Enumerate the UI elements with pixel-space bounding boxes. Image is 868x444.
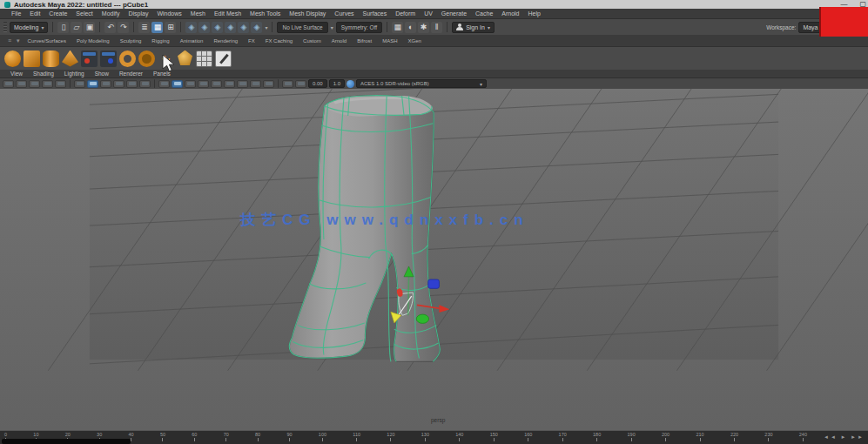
panel-menu-item[interactable]: Renderer	[114, 71, 148, 77]
shelf-tab[interactable]: XGen	[402, 38, 426, 44]
resolution-gate-icon[interactable]	[211, 80, 222, 88]
lock-camera-icon[interactable]	[16, 80, 27, 88]
gamma-field[interactable]: 1.0	[329, 79, 345, 88]
menu-item[interactable]: File	[7, 10, 25, 17]
menu-item[interactable]: Create	[44, 10, 71, 17]
panel-menu-item[interactable]: Lighting	[59, 71, 90, 77]
menu-item[interactable]: Display	[124, 10, 152, 17]
playback-controls[interactable]: ◄◄ ► ►►	[824, 434, 865, 440]
save-scene-icon[interactable]: ▣	[84, 22, 95, 33]
shelf-menu-icon[interactable]: ≡	[5, 37, 14, 44]
quad-draw-icon[interactable]	[215, 50, 232, 67]
ambient-occlusion-icon[interactable]	[139, 80, 151, 88]
bookmark-icon[interactable]	[42, 80, 53, 88]
boolean-difference-icon[interactable]	[100, 50, 117, 67]
timeline-tick[interactable]: 200	[662, 432, 670, 441]
redo-icon[interactable]: ↷	[118, 22, 129, 33]
ipr-render-icon[interactable]: ◐	[405, 22, 416, 33]
poly-cube-icon[interactable]	[24, 50, 40, 67]
shadows-icon[interactable]	[126, 80, 138, 88]
boolean-union-icon[interactable]	[81, 50, 98, 67]
menu-item[interactable]: UV	[420, 10, 437, 17]
playback-range-bar[interactable]	[2, 439, 131, 444]
render-current-frame-icon[interactable]: ▦	[392, 22, 403, 33]
timeline-tick[interactable]: 120	[387, 432, 394, 441]
shelf-tab[interactable]: Bifrost	[352, 38, 377, 44]
timeline-tick[interactable]: 230	[764, 432, 772, 441]
timeline-tick[interactable]: 70	[224, 432, 229, 441]
shelf-caret-icon[interactable]: ▾	[14, 37, 23, 44]
timeline-tick[interactable]: 220	[730, 432, 738, 441]
poly-torus-icon[interactable]	[119, 50, 136, 67]
menu-item[interactable]: Surfaces	[359, 10, 392, 17]
timeline-tick[interactable]: 240	[799, 432, 807, 441]
symmetry-field[interactable]: Symmetry: Off	[336, 22, 382, 33]
xray-icon[interactable]	[172, 80, 183, 88]
snap-curve-icon[interactable]: ◈	[198, 22, 210, 33]
make-live-icon[interactable]: ◈	[251, 22, 262, 33]
timeline-tick[interactable]: 160	[524, 432, 532, 441]
chevron-down-icon[interactable]: ▾	[331, 24, 333, 30]
snap-point-icon[interactable]: ◈	[212, 22, 223, 33]
panel-menu-item[interactable]: View	[5, 71, 28, 77]
timeline-tick[interactable]: 90	[286, 432, 292, 441]
drag-handle[interactable]	[3, 22, 7, 32]
multi-cut-icon[interactable]	[196, 50, 212, 67]
timeline-tick[interactable]: 150	[490, 432, 498, 441]
menu-item[interactable]: Mesh Tools	[246, 10, 285, 17]
select-component-icon[interactable]: ⊞	[165, 22, 176, 33]
exposure-field[interactable]: 0.00	[308, 79, 327, 88]
shelf-tab[interactable]: FX	[243, 38, 260, 44]
timeline-tick[interactable]: 190	[628, 432, 636, 441]
menu-item[interactable]: Deform	[391, 10, 420, 17]
menu-item[interactable]: Select	[71, 10, 97, 17]
time-slider[interactable]: 0102030405060708090100110120130140150160…	[0, 430, 868, 444]
select-camera-icon[interactable]	[3, 80, 14, 88]
textured-icon[interactable]	[100, 80, 111, 88]
live-surface-field[interactable]: No Live Surface	[277, 22, 327, 33]
exposure-icon[interactable]	[282, 80, 293, 88]
platonic-solid-icon[interactable]	[177, 50, 193, 67]
pause-icon[interactable]: ‖	[431, 22, 442, 33]
wireframe-icon[interactable]	[74, 80, 85, 88]
menu-set-dropdown[interactable]: Modeling ▾	[10, 22, 48, 33]
film-gate-icon[interactable]	[198, 80, 209, 88]
timeline-tick[interactable]: 50	[160, 432, 165, 441]
shelf-tab[interactable]: Arnold	[326, 38, 352, 44]
snap-view-plane-icon[interactable]: ◈	[238, 22, 249, 33]
menu-item[interactable]: Edit Mesh	[210, 10, 246, 17]
select-object-icon[interactable]: ▦	[151, 22, 163, 33]
safe-title-icon[interactable]	[263, 80, 274, 88]
snap-projected-center-icon[interactable]: ◈	[225, 22, 236, 33]
new-scene-icon[interactable]: ▯	[57, 22, 69, 33]
timeline-tick[interactable]: 110	[353, 432, 360, 441]
sign-in-dropdown[interactable]: Sign In ▾	[452, 22, 495, 33]
snap-grid-icon[interactable]: ◈	[185, 22, 197, 33]
field-chart-icon[interactable]	[237, 80, 248, 88]
viewport[interactable]: 技艺CG www.qdnxxfb.cn persp	[0, 89, 868, 430]
use-all-lights-icon[interactable]	[113, 80, 124, 88]
open-scene-icon[interactable]: ▱	[71, 22, 82, 33]
shelf-tab[interactable]: Rendering	[208, 38, 243, 44]
menu-item[interactable]: Help	[524, 10, 545, 17]
manipulator-green-handle[interactable]	[416, 314, 428, 323]
manipulator-z-handle[interactable]	[428, 279, 440, 288]
poly-sphere-icon[interactable]	[4, 50, 21, 67]
timeline-tick[interactable]: 180	[593, 432, 601, 441]
panel-menu-item[interactable]: Show	[90, 71, 114, 77]
shelf-tab[interactable]: MASH	[377, 38, 402, 44]
shelf-tab[interactable]: Custom	[298, 38, 326, 44]
shelf-tab[interactable]: Sculpting	[115, 38, 147, 44]
safe-action-icon[interactable]	[250, 80, 261, 88]
timeline-tick[interactable]: 170	[559, 432, 567, 441]
timeline-tick[interactable]: 210	[696, 432, 703, 441]
poly-cone-icon[interactable]	[62, 50, 78, 67]
poly-pipe-icon[interactable]	[138, 50, 155, 67]
timeline-tick[interactable]: 140	[455, 432, 463, 441]
shelf-tab[interactable]: FX Caching	[260, 38, 298, 44]
select-hierarchy-icon[interactable]: ≣	[138, 22, 150, 33]
image-plane-icon[interactable]	[55, 80, 66, 88]
chevron-down-icon[interactable]: ▾	[265, 24, 267, 30]
color-management-icon[interactable]	[347, 80, 354, 88]
timeline-tick[interactable]: 100	[319, 432, 326, 441]
